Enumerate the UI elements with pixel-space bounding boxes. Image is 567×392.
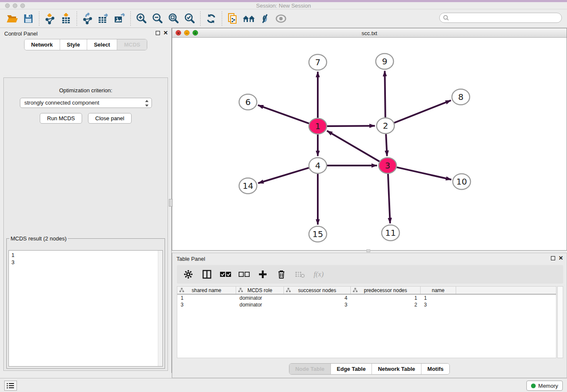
graph-node-2[interactable]: 2 <box>377 118 394 134</box>
graph-edge-2-9[interactable] <box>385 71 385 117</box>
network-canvas[interactable]: 7968124314101511 <box>172 38 567 250</box>
svg-text:15: 15 <box>312 229 323 239</box>
select-all-columns-icon[interactable] <box>219 268 232 281</box>
import-network-icon[interactable] <box>42 11 58 26</box>
column-header-successor-nodes[interactable]: successor nodes <box>284 287 351 294</box>
graph-edge-2-3[interactable] <box>386 134 387 156</box>
table-cell[interactable]: 3 <box>421 301 456 308</box>
search-input[interactable] <box>451 14 561 22</box>
graph-edge-1-6[interactable] <box>258 105 309 123</box>
close-panel-icon[interactable]: ✕ <box>163 30 168 36</box>
table-tab-node-table[interactable]: Node Table <box>289 364 331 374</box>
table-cell[interactable]: 4 <box>284 295 351 301</box>
table-cell[interactable]: 1 <box>351 295 421 301</box>
global-search[interactable] <box>439 13 562 23</box>
control-panel-header: Control Panel ✕ <box>0 28 171 39</box>
mcds-result-list[interactable]: 1 3 <box>8 250 163 367</box>
svg-text:11: 11 <box>385 228 396 238</box>
graph-node-3[interactable]: 3 <box>379 158 396 174</box>
unselect-all-columns-icon[interactable] <box>238 268 250 281</box>
graph-edge-1-2[interactable] <box>327 126 375 126</box>
clone-network-icon[interactable] <box>225 11 241 26</box>
column-label: shared name <box>192 287 221 293</box>
graph-node-8[interactable]: 8 <box>452 89 470 105</box>
table-row[interactable]: 3dominator323 <box>177 301 556 308</box>
optimization-criterion-select[interactable]: strongly connected component <box>20 98 152 108</box>
float-table-panel-icon[interactable] <box>551 256 555 260</box>
graph-edge-3-1[interactable] <box>327 131 380 161</box>
zoom-fit-icon[interactable] <box>165 11 182 26</box>
control-panel-tab-select[interactable]: Select <box>87 39 117 50</box>
import-table-icon[interactable] <box>58 11 74 26</box>
network-window-titlebar[interactable]: ✕ − + scc.txt <box>172 28 567 38</box>
graph-node-11[interactable]: 11 <box>382 225 399 241</box>
horizontal-splitter-handle[interactable] <box>366 249 370 252</box>
column-header-name[interactable]: name <box>421 287 456 294</box>
table-cell[interactable]: dominator <box>236 295 284 301</box>
table-settings-gear-icon[interactable] <box>182 268 195 281</box>
control-panel-tab-mcds[interactable]: MCDS <box>117 39 147 50</box>
create-column-plus-icon[interactable] <box>256 268 269 281</box>
window-titlebar: Session: New Session <box>0 0 567 9</box>
export-image-icon[interactable] <box>112 11 128 26</box>
window-title: Session: New Session <box>0 2 567 9</box>
column-header-MCDS-role[interactable]: MCDS role <box>236 287 284 294</box>
toolbar-separator <box>222 11 222 26</box>
open-file-icon[interactable] <box>4 11 20 26</box>
run-mcds-button[interactable]: Run MCDS <box>40 113 82 124</box>
hide-panel-eye-icon[interactable] <box>257 11 273 26</box>
graph-edge-3-10[interactable] <box>396 167 451 179</box>
table-scrollbar[interactable] <box>557 286 563 358</box>
show-columns-icon[interactable] <box>201 268 213 281</box>
show-panel-eye-icon[interactable] <box>273 11 289 26</box>
memory-status-icon <box>531 384 536 388</box>
column-header-shared-name[interactable]: shared name <box>177 287 236 294</box>
mcds-result-box: MCDS result (2 nodes) 1 3 <box>6 235 165 369</box>
float-panel-icon[interactable] <box>156 31 160 35</box>
column-header-predecessor-nodes[interactable]: predecessor nodes <box>351 287 421 294</box>
save-session-icon[interactable] <box>20 11 36 26</box>
table-tab-network-table[interactable]: Network Table <box>372 364 421 374</box>
graph-node-9[interactable]: 9 <box>376 54 394 69</box>
zoom-in-icon[interactable] <box>133 11 149 26</box>
main-toolbar <box>0 9 567 28</box>
graph-node-14[interactable]: 14 <box>239 178 257 194</box>
table-cell[interactable]: 3 <box>284 301 351 308</box>
control-panel-tab-style[interactable]: Style <box>60 39 87 50</box>
graph-edge-4-14[interactable] <box>258 168 309 183</box>
home-icon[interactable] <box>241 11 257 26</box>
export-table-icon[interactable] <box>96 11 112 26</box>
close-panel-button[interactable]: Close panel <box>88 113 132 124</box>
delete-column-trash-icon[interactable] <box>275 268 288 281</box>
node-table[interactable]: shared nameMCDS rolesuccessor nodesprede… <box>177 286 556 358</box>
delete-table-icon-disabled[interactable] <box>294 268 306 281</box>
status-bar: Memory <box>0 378 567 392</box>
table-cell[interactable]: 1 <box>177 295 236 301</box>
zoom-selected-icon[interactable] <box>182 11 198 26</box>
graph-node-7[interactable]: 7 <box>309 55 327 70</box>
table-tab-edge-table[interactable]: Edge Table <box>331 364 372 374</box>
graph-node-1[interactable]: 1 <box>309 119 327 134</box>
refresh-icon[interactable] <box>203 11 219 26</box>
control-panel-tab-network[interactable]: Network <box>25 39 60 50</box>
graph-node-15[interactable]: 15 <box>309 226 327 242</box>
table-cell[interactable]: dominator <box>236 301 284 308</box>
table-tab-motifs[interactable]: Motifs <box>421 364 449 374</box>
table-cell[interactable]: 1 <box>421 295 456 301</box>
task-history-list-icon[interactable] <box>4 381 17 391</box>
export-network-icon[interactable] <box>80 11 96 26</box>
table-cell[interactable]: 3 <box>177 301 236 308</box>
graph-node-10[interactable]: 10 <box>453 174 471 190</box>
function-builder-icon[interactable]: f(x) <box>312 268 325 281</box>
table-row[interactable]: 1dominator411 <box>177 295 556 301</box>
table-cell[interactable]: 2 <box>351 301 421 308</box>
zoom-out-icon[interactable] <box>149 11 165 26</box>
close-table-panel-icon[interactable]: ✕ <box>559 256 563 261</box>
graph-node-6[interactable]: 6 <box>239 94 257 110</box>
vertical-splitter-handle[interactable] <box>169 199 173 207</box>
result-scrollbar[interactable] <box>158 251 162 366</box>
graph-edge-2-8[interactable] <box>394 100 451 123</box>
graph-node-4[interactable]: 4 <box>309 158 327 174</box>
graph-edge-3-11[interactable] <box>388 174 390 223</box>
memory-button[interactable]: Memory <box>526 381 563 391</box>
